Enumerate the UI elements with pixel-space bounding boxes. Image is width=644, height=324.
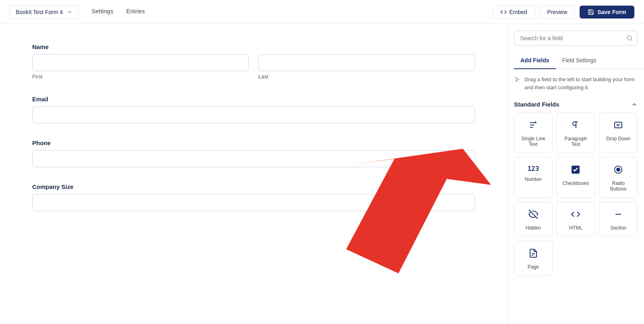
svg-point-6 [617, 168, 620, 171]
name-label: Name [32, 43, 475, 50]
email-wrapper [32, 107, 475, 123]
first-name-wrapper: First [32, 54, 249, 80]
drop-down-label: Drop Down [606, 136, 630, 141]
field-card-number[interactable]: 123 Number [514, 157, 553, 198]
field-card-drop-down[interactable]: Drop Down [599, 113, 638, 153]
first-name-sublabel: First [32, 74, 249, 80]
search-input[interactable] [514, 31, 638, 46]
save-icon [588, 9, 594, 15]
fields-grid: A Single Line Text Paragraph Text [508, 113, 644, 282]
chevron-up-icon [631, 101, 638, 108]
main-layout: Name First Last Email Phone [0, 24, 644, 324]
drop-down-icon [613, 120, 623, 132]
html-icon [571, 209, 580, 221]
email-input[interactable] [32, 107, 475, 123]
number-label: Number [524, 176, 542, 182]
single-line-text-icon: A [528, 120, 538, 132]
embed-button[interactable]: Embed [493, 5, 535, 19]
form-name: BookIt Test Form 4 [16, 9, 63, 15]
page-label: Page [528, 264, 539, 270]
field-card-html[interactable]: HTML [557, 202, 595, 237]
svg-line-1 [631, 39, 632, 41]
cursor-icon [514, 76, 520, 83]
checkboxes-icon [571, 165, 580, 176]
chevron-down-icon [67, 9, 72, 15]
name-field-group: Name First Last [32, 43, 475, 80]
field-card-page[interactable]: Page [514, 241, 553, 276]
svg-point-0 [627, 36, 632, 40]
field-card-paragraph-text[interactable]: Paragraph Text [557, 113, 595, 153]
tab-add-fields[interactable]: Add Fields [514, 52, 556, 69]
field-card-section[interactable]: Section [599, 202, 638, 237]
header-nav: Settings Entries [91, 8, 145, 16]
hidden-icon [528, 209, 538, 221]
standard-fields-section: Standard Fields [508, 98, 644, 113]
field-card-hidden[interactable]: Hidden [514, 202, 553, 237]
paragraph-text-icon [571, 120, 580, 132]
html-label: HTML [569, 225, 582, 231]
app-header: BookIt Test Form 4 Settings Entries Embe… [0, 0, 644, 24]
last-name-sublabel: Last [258, 74, 475, 80]
radio-buttons-icon [613, 165, 623, 176]
checkboxes-label: Checkboxes [562, 180, 589, 186]
company-size-wrapper [32, 194, 475, 211]
field-card-radio-buttons[interactable]: Radio Buttons [599, 157, 638, 198]
preview-button[interactable]: Preview [540, 5, 575, 19]
header-actions: Embed Preview Save Form [493, 5, 634, 19]
right-sidebar: Add Fields Field Settings Drag a field t… [507, 24, 644, 324]
settings-link[interactable]: Settings [91, 8, 113, 16]
last-name-wrapper: Last [258, 54, 475, 80]
phone-label: Phone [32, 139, 475, 146]
radio-buttons-label: Radio Buttons [603, 180, 633, 192]
section-label: Section [610, 225, 626, 231]
paragraph-text-label: Paragraph Text [561, 136, 591, 147]
company-size-input[interactable] [32, 194, 475, 211]
number-icon: 123 [527, 165, 539, 172]
company-size-label: Company Size [32, 183, 475, 190]
first-name-input[interactable] [32, 54, 249, 71]
search-wrapper [514, 31, 638, 46]
sidebar-search-area [508, 24, 644, 46]
name-field-row: First Last [32, 54, 475, 80]
drag-hint: Drag a field to the left to start buildi… [508, 69, 644, 98]
field-card-single-line-text[interactable]: A Single Line Text [514, 113, 553, 153]
sidebar-tabs: Add Fields Field Settings [508, 52, 644, 69]
page-icon [528, 248, 538, 260]
email-field-group: Email [32, 96, 475, 123]
last-name-input[interactable] [258, 54, 475, 71]
phone-field-group: Phone [32, 139, 475, 167]
company-size-field-group: Company Size [32, 183, 475, 211]
svg-rect-3 [615, 122, 622, 128]
entries-link[interactable]: Entries [126, 8, 145, 16]
form-selector[interactable]: BookIt Test Form 4 [10, 5, 78, 19]
embed-icon [500, 9, 507, 15]
single-line-text-label: Single Line Text [518, 136, 548, 147]
section-icon [613, 209, 623, 221]
field-card-checkboxes[interactable]: Checkboxes [557, 157, 595, 198]
svg-text:A: A [534, 121, 536, 124]
phone-input[interactable] [32, 150, 475, 167]
search-icon [626, 35, 633, 41]
form-canvas: Name First Last Email Phone [0, 24, 507, 324]
hidden-label: Hidden [526, 225, 541, 231]
phone-wrapper [32, 150, 475, 167]
save-form-button[interactable]: Save Form [580, 6, 634, 18]
tab-field-settings[interactable]: Field Settings [556, 52, 603, 69]
email-label: Email [32, 96, 475, 103]
